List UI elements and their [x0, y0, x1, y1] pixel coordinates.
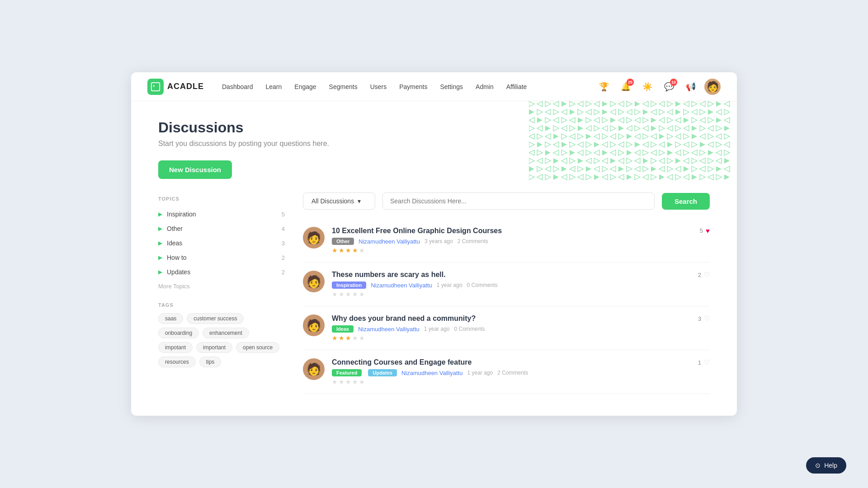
- search-button[interactable]: Search: [662, 193, 710, 210]
- nav-engage[interactable]: Engage: [294, 81, 316, 92]
- stars-2: ★ ★ ★ ★ ★: [332, 334, 691, 342]
- card-meta-1: Inspiration Nizamudheen Valliyattu 1 yea…: [332, 282, 691, 289]
- chevron-right-icon: ▶: [158, 269, 162, 275]
- help-label: Help: [824, 462, 837, 469]
- topic-other[interactable]: ▶ Other 4: [158, 221, 285, 236]
- chat-icon-btn[interactable]: 💬 10: [661, 79, 677, 95]
- discussion-title-1[interactable]: These numbers are scary as hell.: [332, 271, 691, 279]
- badge-inspiration-1[interactable]: Inspiration: [332, 282, 366, 289]
- nav-actions: 🏆 🔔 25 ☀️ 💬 10 📢 🧑: [596, 79, 721, 95]
- notification-btn[interactable]: 🔔 25: [618, 79, 634, 95]
- nav-admin[interactable]: Admin: [476, 81, 494, 92]
- nav-settings[interactable]: Settings: [440, 81, 463, 92]
- badge-featured-3[interactable]: Featured: [332, 369, 362, 376]
- comments-0: 2 Comments: [458, 238, 488, 244]
- card-body-0: 10 Excellent Free Online Graphic Design …: [332, 227, 693, 254]
- author-2[interactable]: Nizamudheen Valliyattu: [358, 326, 420, 333]
- nav-users[interactable]: Users: [370, 81, 387, 92]
- avatar-2: 🧑: [303, 314, 325, 336]
- topic-ideas[interactable]: ▶ Ideas 3: [158, 236, 285, 250]
- discussion-card-3: 🧑 Connecting Courses and Engage feature …: [303, 350, 710, 394]
- notification-badge: 25: [627, 79, 634, 86]
- user-avatar-btn[interactable]: 🧑: [704, 79, 721, 95]
- discussion-title-3[interactable]: Connecting Courses and Engage feature: [332, 358, 691, 366]
- card-meta-3: Featured Updates Nizamudheen Valliyattu …: [332, 369, 691, 376]
- star-0-1: ★: [339, 247, 344, 254]
- star-1-4: ★: [359, 291, 365, 298]
- tag-open-source[interactable]: open source: [236, 342, 279, 353]
- discussion-title-2[interactable]: Why does your brand need a community?: [332, 314, 691, 323]
- chevron-down-icon: ▾: [358, 197, 361, 205]
- star-1-0: ★: [332, 291, 338, 298]
- tags-list: saas customer success onboarding enhance…: [158, 313, 285, 367]
- discussions-toolbar: All Discussions ▾ Search: [303, 192, 710, 210]
- star-3-1: ★: [339, 378, 344, 385]
- tag-onboarding[interactable]: onboarding: [158, 328, 199, 338]
- author-3[interactable]: Nizamudheen Valliyattu: [401, 370, 463, 376]
- nav-dashboard[interactable]: Dashboard: [222, 81, 253, 92]
- help-button[interactable]: ⊙ Help: [806, 457, 846, 474]
- card-likes-3: 1 ♡: [698, 358, 710, 366]
- time-2: 1 year ago: [424, 326, 450, 332]
- topic-howto-count: 2: [282, 254, 285, 261]
- new-discussion-button[interactable]: New Discussion: [158, 160, 232, 179]
- badge-updates-3[interactable]: Updates: [368, 369, 396, 376]
- megaphone-icon-btn[interactable]: 📢: [683, 79, 699, 95]
- tag-saas[interactable]: saas: [158, 313, 183, 324]
- discussion-list: 🧑 10 Excellent Free Online Graphic Desig…: [303, 219, 710, 394]
- topic-other-label: Other: [167, 225, 282, 232]
- topic-inspiration-label: Inspiration: [167, 211, 282, 218]
- star-2-3: ★: [352, 334, 358, 342]
- star-2-4: ★: [359, 334, 365, 342]
- nav-affiliate[interactable]: Affiliate: [506, 81, 527, 92]
- tag-important[interactable]: important: [196, 342, 232, 353]
- author-1[interactable]: Nizamudheen Valliyattu: [371, 282, 432, 289]
- more-topics-link[interactable]: More Topics: [158, 283, 285, 290]
- star-0-4: ★: [359, 247, 365, 254]
- comments-1: 0 Comments: [467, 282, 498, 288]
- nav-learn[interactable]: Learn: [266, 81, 282, 92]
- heart-outline-icon-2[interactable]: ♡: [704, 314, 710, 323]
- hero-section: Discussions Start you discussions by pos…: [131, 101, 737, 192]
- time-0: 3 years ago: [425, 238, 453, 244]
- badge-ideas-2[interactable]: Ideas: [332, 325, 354, 333]
- star-3-2: ★: [345, 378, 351, 385]
- topic-inspiration[interactable]: ▶ Inspiration 5: [158, 207, 285, 221]
- stars-0: ★ ★ ★ ★ ★: [332, 247, 693, 254]
- tags-section-title: TAGS: [158, 302, 285, 308]
- topic-updates[interactable]: ▶ Updates 2: [158, 265, 285, 279]
- avatar-3: 🧑: [303, 358, 325, 380]
- author-0[interactable]: Nizamudheen Valliyattu: [359, 238, 420, 245]
- topic-ideas-label: Ideas: [167, 239, 282, 247]
- trophy-icon-btn[interactable]: 🏆: [596, 79, 612, 95]
- tag-enhancement[interactable]: enhancement: [203, 328, 249, 338]
- discussion-title-0[interactable]: 10 Excellent Free Online Graphic Design …: [332, 227, 693, 235]
- tag-impotant[interactable]: impotant: [158, 342, 193, 353]
- tag-tips[interactable]: tips: [199, 357, 222, 367]
- logo[interactable]: ACADLE: [147, 79, 204, 95]
- nav-payments[interactable]: Payments: [399, 81, 427, 92]
- svg-rect-0: [151, 82, 160, 90]
- heart-outline-icon-1[interactable]: ♡: [704, 271, 710, 279]
- filter-dropdown[interactable]: All Discussions ▾: [303, 192, 375, 210]
- help-circle-icon: ⊙: [815, 462, 821, 469]
- topic-howto[interactable]: ▶ How to 2: [158, 250, 285, 265]
- logo-text: ACADLE: [167, 82, 204, 91]
- search-input[interactable]: [382, 192, 655, 210]
- sun-icon-btn[interactable]: ☀️: [639, 79, 656, 95]
- heart-outline-icon-3[interactable]: ♡: [704, 358, 710, 366]
- topic-updates-count: 2: [282, 269, 285, 276]
- star-3-0: ★: [332, 378, 338, 385]
- chevron-right-icon: ▶: [158, 225, 162, 232]
- avatar-0: 🧑: [303, 227, 325, 249]
- tag-customer-success[interactable]: customer success: [187, 313, 244, 324]
- badge-other-0[interactable]: Other: [332, 238, 354, 245]
- tag-resources[interactable]: resources: [158, 357, 196, 367]
- card-meta-2: Ideas Nizamudheen Valliyattu 1 year ago …: [332, 325, 691, 333]
- main-content: TOPICS ▶ Inspiration 5 ▶ Other 4 ▶ Ideas…: [131, 192, 737, 412]
- heart-filled-icon-0[interactable]: ♥: [706, 227, 710, 235]
- star-3-4: ★: [359, 378, 365, 385]
- discussions-column: All Discussions ▾ Search 🧑 10 Excellent …: [303, 192, 710, 394]
- chevron-right-icon: ▶: [158, 211, 162, 217]
- nav-segments[interactable]: Segments: [329, 81, 358, 92]
